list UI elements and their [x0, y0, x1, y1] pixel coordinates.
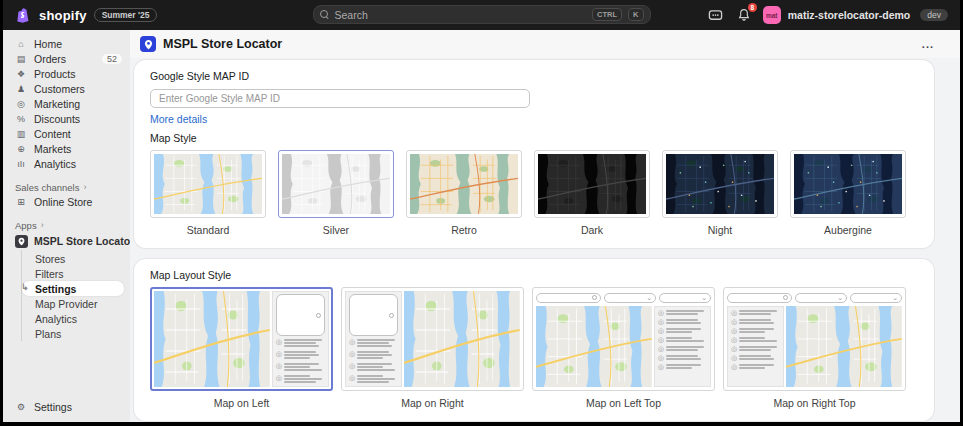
overflow-menu-button[interactable]: ...: [922, 38, 934, 50]
list-item-lines: [739, 336, 780, 343]
list-item-lines: [666, 354, 707, 361]
sidebar-item-analytics[interactable]: ıIıAnalytics: [3, 156, 130, 171]
sidebar-subitem-analytics[interactable]: ↳Analytics: [22, 311, 124, 326]
apps-label: Apps: [15, 220, 37, 231]
sidebar-item-home[interactable]: ⌂Home: [3, 36, 130, 51]
map-layout-caption: Map on Right Top: [723, 397, 906, 409]
map-style-caption: Standard: [150, 224, 266, 236]
sidebar-item-customers[interactable]: ♟Customers: [3, 81, 130, 96]
notifications-button[interactable]: 8: [735, 6, 753, 24]
sidebar-subitem-filters[interactable]: ↳Filters: [22, 266, 124, 281]
chat-icon: [708, 8, 723, 23]
sidebar-item-label: Content: [34, 128, 122, 140]
logo-text: shopify: [39, 8, 87, 23]
more-details-link[interactable]: More details: [150, 113, 207, 125]
subitem-label: Filters: [35, 268, 64, 280]
sidebar-item-markets[interactable]: ⊕Markets: [3, 141, 130, 156]
pin-icon: ◎: [658, 363, 664, 370]
apps-section-header[interactable]: Apps›: [3, 218, 130, 232]
content-icon: ▥: [15, 129, 27, 139]
sidebar-item-orders[interactable]: ▤Orders52: [3, 51, 130, 66]
store-list-item: ◎: [731, 309, 780, 316]
map-style-tile-night[interactable]: Night: [662, 150, 778, 236]
store-name[interactable]: matiz-storelocator-demo: [788, 9, 911, 21]
map-style-tile-dark[interactable]: Dark: [534, 150, 650, 236]
map-layout-card: Map Layout Style ◎◎◎◎Map on Left◎◎◎◎Map …: [134, 259, 934, 421]
chevron-down-icon: ⌄: [701, 296, 707, 300]
pin-icon: ◎: [731, 309, 737, 316]
map-style-caption: Silver: [278, 224, 394, 236]
store-list-item: ◎: [349, 350, 398, 360]
pin-icon: ◎: [349, 350, 355, 357]
map-layout-tile-map-right-top[interactable]: ⌄⌄◎◎◎◎◎◎◎Map on Right Top: [723, 287, 906, 409]
select-pill: ⌄: [850, 293, 902, 303]
pin-icon: ◎: [276, 362, 282, 369]
map-style-label: Map Style: [150, 132, 918, 144]
layout-store-list: ◎◎◎◎: [345, 291, 402, 387]
store-list-item: ◎: [658, 336, 707, 343]
store-list-item: ◎: [731, 345, 780, 352]
pin-icon: ◎: [658, 354, 664, 361]
map-style-card: Google Style MAP ID More details Map Sty…: [134, 60, 934, 248]
map-style-tile-retro[interactable]: Retro: [406, 150, 522, 236]
subitem-label: Plans: [35, 328, 61, 340]
map-preview-aubergine: [794, 154, 902, 214]
map-id-input[interactable]: [150, 89, 530, 108]
dev-badge: dev: [920, 9, 948, 21]
map-style-tile-silver[interactable]: Silver: [278, 150, 394, 236]
map-layout-tile-map-left[interactable]: ◎◎◎◎Map on Left: [150, 287, 333, 409]
inbox-chat-button[interactable]: [707, 6, 725, 24]
pin-icon: ◎: [276, 374, 282, 381]
map-layout-caption: Map on Left: [150, 397, 333, 409]
sidebar-item-products[interactable]: ❖Products: [3, 66, 130, 81]
list-item-lines: [284, 362, 325, 372]
shopify-logo[interactable]: shopify Summer '25: [15, 7, 157, 24]
store-avatar[interactable]: mat: [763, 6, 781, 24]
orders-count-badge: 52: [102, 54, 122, 64]
store-list-item: ◎: [349, 374, 398, 384]
global-search-input[interactable]: Search CTRL K: [313, 5, 651, 24]
sidebar-item-settings[interactable]: ⚙Settings: [3, 399, 130, 414]
map-style-thumbnail: [662, 150, 778, 218]
sidebar-subitem-plans[interactable]: ↳Plans: [22, 326, 124, 341]
select-pill: ⌄: [604, 293, 656, 303]
tree-arrow-icon: ↳: [21, 282, 29, 292]
store-list-item: ◎: [276, 374, 325, 384]
store-list-item: ◎: [731, 318, 780, 325]
sidebar-subitem-settings[interactable]: ↳Settings: [22, 281, 124, 296]
map-style-thumbnail: [534, 150, 650, 218]
layout-map-preview: [404, 291, 520, 387]
layout-map-preview: [536, 306, 652, 387]
sidebar-item-label: Marketing: [34, 98, 122, 110]
sidebar-item-mspl-store-locator[interactable]: MSPL Store Locator·: [3, 232, 130, 250]
sidebar-item-label: Orders: [34, 53, 95, 65]
subitem-label: Map Provider: [35, 298, 97, 310]
customers-icon: ♟: [15, 84, 27, 94]
map-layout-caption: Map on Right: [341, 397, 524, 409]
map-style-tile-aubergine[interactable]: Aubergine: [790, 150, 906, 236]
list-item-lines: [739, 327, 780, 334]
map-layout-tile-map-left-top[interactable]: ⌄⌄◎◎◎◎◎◎◎Map on Left Top: [532, 287, 715, 409]
layout-body: ◎◎◎◎◎◎◎: [536, 306, 711, 387]
sales-channels-section-header[interactable]: Sales channels›: [3, 180, 130, 194]
search-icon: [316, 313, 321, 318]
map-layout-thumbnail: ⌄⌄◎◎◎◎◎◎◎: [723, 287, 906, 391]
sidebar-item-content[interactable]: ▥Content: [3, 126, 130, 141]
sidebar-item-label: Products: [34, 68, 122, 80]
edition-badge[interactable]: Summer '25: [94, 8, 158, 22]
sidebar-subitem-stores[interactable]: ↳Stores: [22, 251, 124, 266]
sidebar-subitem-map-provider[interactable]: ↳Map Provider: [22, 296, 124, 311]
map-style-tile-standard[interactable]: Standard: [150, 150, 266, 236]
sidebar-item-online-store[interactable]: ⊞Online Store: [3, 194, 130, 209]
store-list-item: ◎: [658, 309, 707, 316]
layout-body: ◎◎◎◎: [345, 291, 520, 387]
sidebar-item-marketing[interactable]: ◎Marketing: [3, 96, 130, 111]
store-list-item: ◎: [731, 363, 780, 370]
map-preview-silver: [282, 154, 390, 214]
shortcut-ctrl-key: CTRL: [592, 8, 622, 21]
map-preview-standard: [154, 154, 262, 214]
layout-topbar: ⌄⌄: [536, 291, 711, 304]
sidebar-item-discounts[interactable]: %Discounts: [3, 111, 130, 126]
map-layout-tile-map-right[interactable]: ◎◎◎◎Map on Right: [341, 287, 524, 409]
list-item-lines: [666, 327, 707, 334]
